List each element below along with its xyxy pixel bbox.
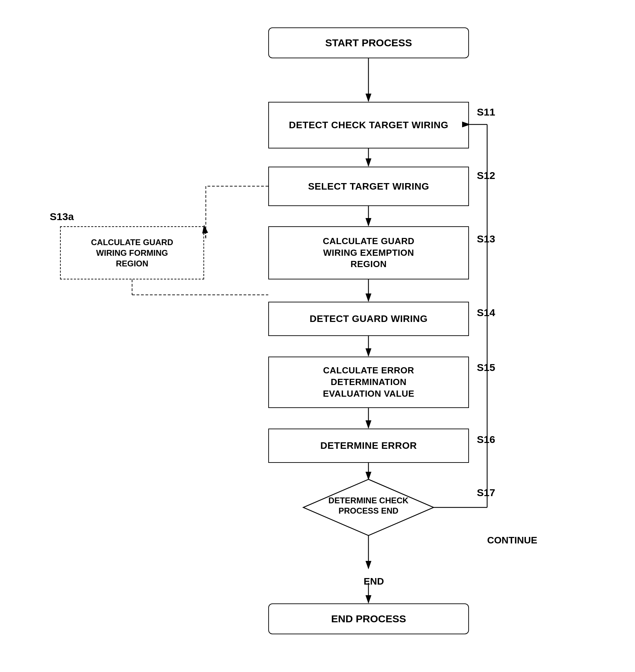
flowchart-svg: DETERMINE CHECK PROCESS END bbox=[0, 0, 635, 672]
svg-text:DETERMINE CHECK: DETERMINE CHECK bbox=[328, 496, 409, 505]
svg-text:PROCESS END: PROCESS END bbox=[339, 506, 399, 515]
flowchart-diagram: START PROCESS DETECT CHECK TARGET WIRING… bbox=[0, 0, 635, 672]
